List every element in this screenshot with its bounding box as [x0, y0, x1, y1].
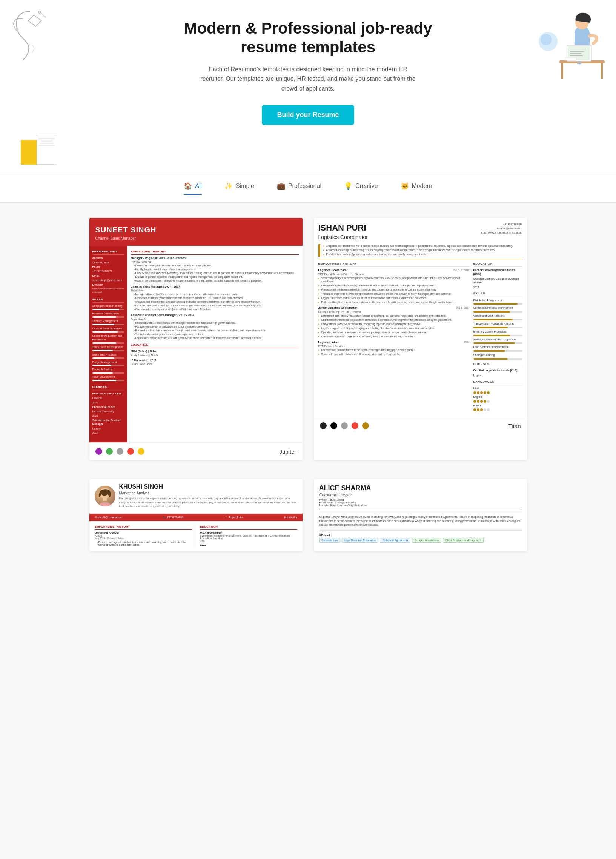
tab-simple[interactable]: ✨ Simple — [225, 182, 254, 195]
khushi-resume: KHUSHI SINGH Marketing Analyst Marketing… — [89, 479, 303, 551]
jupiter-resume: SUNEET SINGH Channel Sales Manager PERSO… — [89, 218, 303, 443]
color-gray[interactable] — [117, 448, 123, 455]
alice-header: ALICE SHARMA Corporate Lawyer Phone: 785… — [319, 484, 522, 506]
tab-all[interactable]: 🏠 All — [184, 182, 202, 195]
tab-modern[interactable]: 🐱 Modern — [401, 182, 432, 195]
svg-line-3 — [41, 12, 45, 17]
khushi-body: EMPLOYMENT HISTORY Marketing Analyst Wio… — [89, 521, 303, 551]
color-red2[interactable] — [352, 422, 359, 429]
filter-tabs: 🏠 All ✨ Simple 💼 Professional 💡 Creative… — [0, 174, 616, 203]
jupiter-sidebar: PERSONAL INFO Address Chennai, India Pho… — [89, 246, 127, 443]
titan-main: EMPLOYMENT HISTORY Logistics Coordinator… — [318, 262, 469, 412]
hero-section: Modern & Professional job-ready resume t… — [0, 0, 616, 174]
svg-point-15 — [541, 34, 552, 45]
hero-decoration-right — [537, 4, 605, 87]
color-gray2[interactable] — [341, 422, 348, 429]
svg-point-2 — [45, 16, 46, 18]
build-resume-button[interactable]: Build your Resume — [262, 105, 354, 125]
titan-summary: A logistics coordinator who works across… — [318, 244, 522, 257]
creative-icon: 💡 — [344, 182, 352, 190]
color-yellow[interactable] — [138, 448, 145, 455]
khushi-contact-bar: ✉ khushi@resumod.co 📞 78796786788 📍 Jaip… — [89, 514, 303, 521]
color-gold[interactable] — [362, 422, 369, 429]
alice-resume: ALICE SHARMA Corporate Lawyer Phone: 785… — [314, 479, 527, 548]
color-red[interactable] — [127, 448, 134, 455]
jupiter-header: SUNEET SINGH Channel Sales Manager — [89, 218, 303, 246]
all-icon: 🏠 — [184, 182, 192, 190]
svg-rect-8 — [561, 63, 563, 78]
resume-row-2: KHUSHI SINGH Marketing Analyst Marketing… — [89, 479, 527, 551]
hero-subtitle: Each of Resumod's templates is designed … — [199, 64, 418, 94]
resume-row-1: SUNEET SINGH Channel Sales Manager PERSO… — [89, 218, 527, 461]
titan-resume: ISHAN PURI Logistics Coordinator +919977… — [314, 218, 527, 417]
khushi-header: KHUSHI SINGH Marketing Analyst Marketing… — [89, 479, 303, 514]
color-darkgray[interactable] — [320, 422, 327, 429]
color-purple[interactable] — [95, 448, 102, 455]
alice-card[interactable]: ALICE SHARMA Corporate Lawyer Phone: 785… — [314, 479, 527, 551]
professional-icon: 💼 — [277, 182, 285, 190]
hero-decoration-left — [8, 8, 53, 64]
jupiter-body: PERSONAL INFO Address Chennai, India Pho… — [89, 246, 303, 443]
simple-icon: ✨ — [225, 182, 233, 190]
titan-header: ISHAN PURI Logistics Coordinator +919977… — [318, 222, 522, 241]
svg-point-1 — [39, 11, 41, 13]
main-content: SUNEET SINGH Channel Sales Manager PERSO… — [82, 203, 535, 585]
svg-rect-12 — [577, 61, 581, 64]
hero-title: Modern & Professional job-ready resume t… — [176, 19, 440, 57]
resume-mini — [21, 135, 57, 164]
jupiter-card[interactable]: SUNEET SINGH Channel Sales Manager PERSO… — [89, 218, 303, 461]
titan-card-footer: Titan — [314, 417, 527, 434]
tab-professional[interactable]: 💼 Professional — [277, 182, 321, 195]
alice-skills: Corporate Law Legal Document Preparation… — [319, 538, 522, 543]
svg-point-0 — [16, 28, 19, 31]
titan-card[interactable]: ISHAN PURI Logistics Coordinator +919977… — [314, 218, 527, 461]
svg-rect-13 — [565, 57, 576, 60]
jupiter-card-footer: Jupiter — [89, 442, 303, 460]
svg-rect-9 — [601, 63, 603, 78]
color-black[interactable] — [331, 422, 337, 429]
resume-mini-white — [37, 135, 57, 164]
khushi-avatar — [95, 486, 115, 506]
modern-icon: 🐱 — [401, 182, 409, 190]
color-green[interactable] — [106, 448, 113, 455]
jupiter-main: EMPLOYMENT HISTORY Manager - Regional Sa… — [127, 246, 303, 443]
svg-rect-21 — [103, 498, 107, 501]
tab-creative[interactable]: 💡 Creative — [344, 182, 378, 195]
titan-body: EMPLOYMENT HISTORY Logistics Coordinator… — [318, 262, 522, 412]
titan-sidebar: EDUCATION Bachelor of Management Studies… — [473, 262, 522, 412]
khushi-card[interactable]: KHUSHI SINGH Marketing Analyst Marketing… — [89, 479, 303, 551]
